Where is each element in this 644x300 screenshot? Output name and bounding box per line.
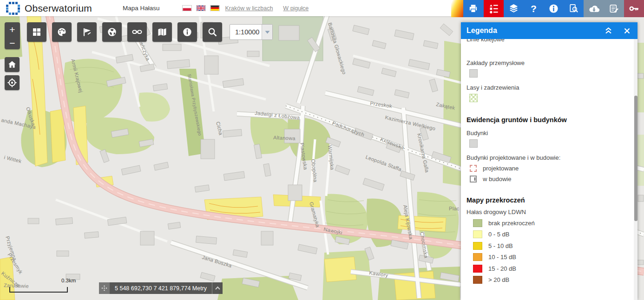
printer-icon [468, 3, 479, 14]
crosshair-dots-icon [101, 285, 108, 292]
grid-icon [32, 27, 42, 37]
globe-icon [107, 27, 117, 37]
legend-item-label: projektowane [483, 165, 519, 172]
basemap-grid-button[interactable] [27, 22, 46, 42]
legend-button[interactable] [484, 0, 504, 17]
flag-uk-icon[interactable] [196, 5, 206, 11]
legend-noise-row: brak przekroczeń [467, 219, 637, 227]
noise-label: 15 - 20 dB [488, 265, 516, 272]
draw-flag-icon [82, 27, 92, 37]
zoom-out-button[interactable]: − [5, 36, 20, 49]
legend-under-construction-swatch [470, 176, 477, 183]
overview-map-button[interactable] [152, 22, 172, 42]
legend-railway-swatch [467, 43, 637, 55]
layers-icon [508, 3, 519, 14]
link-krakow-w-liczbach[interactable]: Kraków w liczbach [225, 5, 273, 12]
flag-poland-icon[interactable] [182, 5, 192, 11]
scale-select[interactable]: 1:10000 [230, 24, 273, 40]
legend-forest-swatch [469, 94, 478, 102]
legend-row: projektowane [467, 165, 637, 172]
noise-color-swatch [473, 230, 482, 238]
legend-scrollbar-thumb[interactable] [634, 96, 637, 221]
language-switcher [182, 5, 220, 11]
legend-section-title: Ewidencja gruntów i budynków [467, 116, 637, 124]
app-window: Armii Krajowej Stańczyka Bartosza Głowac… [0, 0, 644, 300]
double-chevron-up-icon [605, 27, 612, 34]
locate-me-button[interactable] [5, 75, 20, 90]
info-button[interactable] [544, 0, 564, 17]
legend-noise-row: > 20 dB [467, 276, 637, 284]
legend-list-icon [488, 3, 499, 14]
app-title: Obserwatorium [25, 3, 92, 14]
document-search-button[interactable] [564, 0, 584, 17]
legend-close-button[interactable] [622, 26, 632, 36]
notes-button[interactable] [604, 0, 624, 17]
noise-label: 10 - 15 dB [488, 254, 516, 261]
noise-label: brak przekroczeń [488, 220, 535, 227]
style-palette-button[interactable] [52, 22, 72, 42]
legend-item-label: Linie kolejowe [467, 39, 637, 43]
home-icon [7, 60, 17, 69]
legend-item-label: Zakłady przemysłowe [467, 59, 637, 66]
legend-buildings-swatch [469, 139, 478, 148]
top-action-bar: ? [463, 0, 644, 17]
noise-label: 5 - 10 dB [488, 242, 513, 249]
notes-edit-icon [609, 3, 619, 14]
identify-info-button[interactable] [177, 22, 197, 42]
close-icon [624, 28, 630, 34]
noise-color-swatch [473, 219, 482, 227]
noise-color-swatch [473, 265, 482, 273]
home-extent-button[interactable] [5, 57, 20, 72]
legend-scrollbar [634, 39, 637, 300]
print-button[interactable] [463, 0, 483, 17]
noise-color-swatch [473, 253, 482, 261]
help-button[interactable]: ? [524, 0, 544, 17]
legend-noise-row: 0 - 5 dB [467, 230, 637, 238]
chevron-up-icon [215, 286, 221, 290]
document-search-icon [568, 3, 579, 14]
map-scalebar: 0.3km [9, 278, 79, 293]
legend-panel: Legenda Linie kolejowe Zakłady przemysło… [461, 22, 637, 300]
noise-color-swatch [473, 242, 482, 250]
zoom-control: + − [5, 22, 20, 49]
key-icon [628, 3, 640, 14]
link-w-pigulce[interactable]: W pigułce [283, 5, 309, 12]
legend-content[interactable]: Linie kolejowe Zakłady przemysłowe Lasy … [461, 39, 637, 300]
noise-color-swatch [473, 276, 482, 284]
palette-icon [57, 27, 67, 37]
scalebar-line [9, 284, 68, 293]
cloud-download-icon [588, 3, 600, 14]
scale-dropdown-button[interactable] [262, 25, 272, 39]
legend-item-label: Budynki [467, 130, 637, 137]
legend-row: w budowie [467, 176, 637, 183]
legend-industrial-swatch [469, 69, 478, 78]
download-button[interactable] [584, 0, 604, 17]
legend-collapse-button[interactable] [603, 26, 614, 36]
legend-item-label: Lasy i zadrzewienia [467, 84, 637, 91]
share-link-button[interactable] [127, 22, 147, 42]
legend-planned-swatch [470, 165, 477, 172]
flag-germany-icon[interactable] [210, 5, 220, 11]
coordinate-readout: 5 548 692,730 7 421 879,774 Metry [110, 282, 212, 294]
scale-value: 1:10000 [230, 28, 262, 36]
zoom-in-button[interactable]: + [5, 22, 20, 36]
legend-sublayer-label: Hałas drogowy LDWN [467, 209, 637, 215]
globe-button[interactable] [102, 22, 122, 42]
locate-target-icon [7, 78, 17, 88]
info-circle-icon [182, 27, 192, 37]
coordinate-crosshair-button[interactable] [99, 282, 110, 294]
search-icon [207, 27, 217, 37]
map-icon [157, 27, 167, 37]
draw-redline-button[interactable] [77, 22, 97, 42]
legend-noise-row: 5 - 10 dB [467, 242, 637, 250]
legend-item-label: Budynki projektowane i w budowie: [467, 154, 637, 161]
legend-section-title: Mapy przekroczeń [467, 196, 637, 204]
search-button[interactable] [203, 22, 222, 42]
legend-noise-row: 10 - 15 dB [467, 253, 637, 261]
login-key-button[interactable] [624, 0, 644, 17]
page-title: Mapa Hałasu [123, 5, 160, 12]
header-links: Kraków w liczbach W pigułce [225, 5, 309, 12]
layers-button[interactable] [504, 0, 524, 17]
coordinate-expand-button[interactable] [212, 282, 223, 294]
noise-label: > 20 dB [488, 276, 509, 283]
